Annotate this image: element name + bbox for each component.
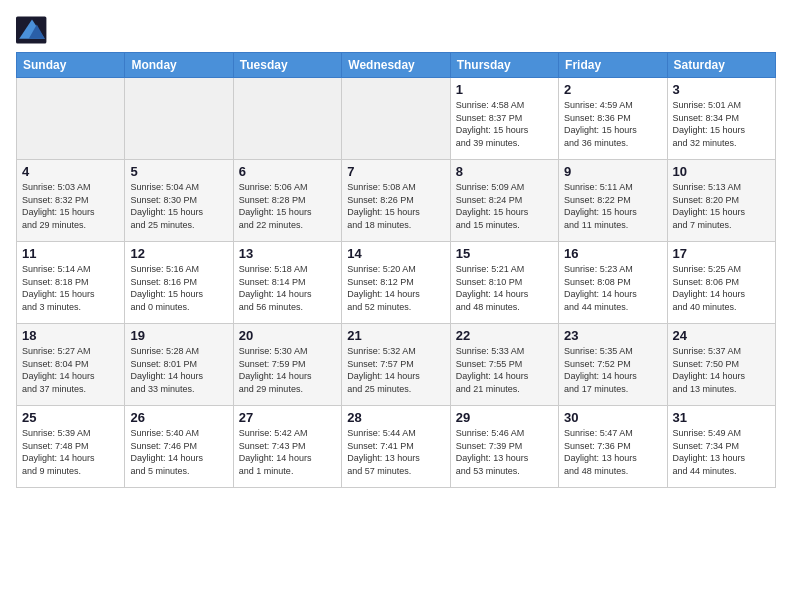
calendar-cell: 8Sunrise: 5:09 AM Sunset: 8:24 PM Daylig…	[450, 160, 558, 242]
calendar-cell: 2Sunrise: 4:59 AM Sunset: 8:36 PM Daylig…	[559, 78, 667, 160]
day-info: Sunrise: 5:42 AM Sunset: 7:43 PM Dayligh…	[239, 427, 336, 477]
calendar-table: SundayMondayTuesdayWednesdayThursdayFrid…	[16, 52, 776, 488]
calendar-cell: 3Sunrise: 5:01 AM Sunset: 8:34 PM Daylig…	[667, 78, 775, 160]
day-info: Sunrise: 5:20 AM Sunset: 8:12 PM Dayligh…	[347, 263, 444, 313]
day-info: Sunrise: 5:27 AM Sunset: 8:04 PM Dayligh…	[22, 345, 119, 395]
day-info: Sunrise: 5:46 AM Sunset: 7:39 PM Dayligh…	[456, 427, 553, 477]
calendar-cell	[342, 78, 450, 160]
day-number: 16	[564, 246, 661, 261]
day-info: Sunrise: 5:04 AM Sunset: 8:30 PM Dayligh…	[130, 181, 227, 231]
day-number: 19	[130, 328, 227, 343]
weekday-header-wednesday: Wednesday	[342, 53, 450, 78]
day-number: 25	[22, 410, 119, 425]
day-info: Sunrise: 5:13 AM Sunset: 8:20 PM Dayligh…	[673, 181, 770, 231]
day-number: 7	[347, 164, 444, 179]
day-number: 12	[130, 246, 227, 261]
calendar-cell: 29Sunrise: 5:46 AM Sunset: 7:39 PM Dayli…	[450, 406, 558, 488]
calendar-cell: 19Sunrise: 5:28 AM Sunset: 8:01 PM Dayli…	[125, 324, 233, 406]
day-info: Sunrise: 5:33 AM Sunset: 7:55 PM Dayligh…	[456, 345, 553, 395]
day-info: Sunrise: 5:08 AM Sunset: 8:26 PM Dayligh…	[347, 181, 444, 231]
day-number: 1	[456, 82, 553, 97]
day-number: 23	[564, 328, 661, 343]
calendar-cell	[125, 78, 233, 160]
logo	[16, 16, 54, 44]
calendar-cell: 22Sunrise: 5:33 AM Sunset: 7:55 PM Dayli…	[450, 324, 558, 406]
day-number: 22	[456, 328, 553, 343]
day-number: 21	[347, 328, 444, 343]
day-number: 28	[347, 410, 444, 425]
calendar-cell: 13Sunrise: 5:18 AM Sunset: 8:14 PM Dayli…	[233, 242, 341, 324]
calendar-cell: 26Sunrise: 5:40 AM Sunset: 7:46 PM Dayli…	[125, 406, 233, 488]
calendar-cell: 25Sunrise: 5:39 AM Sunset: 7:48 PM Dayli…	[17, 406, 125, 488]
day-number: 14	[347, 246, 444, 261]
day-number: 24	[673, 328, 770, 343]
calendar-week-3: 11Sunrise: 5:14 AM Sunset: 8:18 PM Dayli…	[17, 242, 776, 324]
day-number: 17	[673, 246, 770, 261]
day-info: Sunrise: 5:49 AM Sunset: 7:34 PM Dayligh…	[673, 427, 770, 477]
day-info: Sunrise: 5:14 AM Sunset: 8:18 PM Dayligh…	[22, 263, 119, 313]
day-number: 6	[239, 164, 336, 179]
day-info: Sunrise: 4:59 AM Sunset: 8:36 PM Dayligh…	[564, 99, 661, 149]
calendar-week-5: 25Sunrise: 5:39 AM Sunset: 7:48 PM Dayli…	[17, 406, 776, 488]
calendar-cell: 17Sunrise: 5:25 AM Sunset: 8:06 PM Dayli…	[667, 242, 775, 324]
day-number: 26	[130, 410, 227, 425]
day-info: Sunrise: 5:11 AM Sunset: 8:22 PM Dayligh…	[564, 181, 661, 231]
day-number: 9	[564, 164, 661, 179]
day-number: 10	[673, 164, 770, 179]
day-info: Sunrise: 5:37 AM Sunset: 7:50 PM Dayligh…	[673, 345, 770, 395]
calendar-cell: 23Sunrise: 5:35 AM Sunset: 7:52 PM Dayli…	[559, 324, 667, 406]
day-info: Sunrise: 5:09 AM Sunset: 8:24 PM Dayligh…	[456, 181, 553, 231]
page-header	[16, 16, 776, 44]
calendar-cell: 6Sunrise: 5:06 AM Sunset: 8:28 PM Daylig…	[233, 160, 341, 242]
day-info: Sunrise: 5:32 AM Sunset: 7:57 PM Dayligh…	[347, 345, 444, 395]
day-info: Sunrise: 5:01 AM Sunset: 8:34 PM Dayligh…	[673, 99, 770, 149]
day-number: 15	[456, 246, 553, 261]
calendar-cell: 4Sunrise: 5:03 AM Sunset: 8:32 PM Daylig…	[17, 160, 125, 242]
calendar-cell: 12Sunrise: 5:16 AM Sunset: 8:16 PM Dayli…	[125, 242, 233, 324]
day-info: Sunrise: 5:25 AM Sunset: 8:06 PM Dayligh…	[673, 263, 770, 313]
calendar-cell	[233, 78, 341, 160]
day-info: Sunrise: 5:35 AM Sunset: 7:52 PM Dayligh…	[564, 345, 661, 395]
day-info: Sunrise: 5:18 AM Sunset: 8:14 PM Dayligh…	[239, 263, 336, 313]
day-number: 13	[239, 246, 336, 261]
calendar-week-2: 4Sunrise: 5:03 AM Sunset: 8:32 PM Daylig…	[17, 160, 776, 242]
day-number: 8	[456, 164, 553, 179]
day-number: 4	[22, 164, 119, 179]
calendar-cell: 14Sunrise: 5:20 AM Sunset: 8:12 PM Dayli…	[342, 242, 450, 324]
calendar-cell: 11Sunrise: 5:14 AM Sunset: 8:18 PM Dayli…	[17, 242, 125, 324]
logo-icon	[16, 16, 48, 44]
day-number: 2	[564, 82, 661, 97]
calendar-cell: 5Sunrise: 5:04 AM Sunset: 8:30 PM Daylig…	[125, 160, 233, 242]
weekday-header-friday: Friday	[559, 53, 667, 78]
day-info: Sunrise: 5:03 AM Sunset: 8:32 PM Dayligh…	[22, 181, 119, 231]
calendar-cell: 30Sunrise: 5:47 AM Sunset: 7:36 PM Dayli…	[559, 406, 667, 488]
calendar-week-4: 18Sunrise: 5:27 AM Sunset: 8:04 PM Dayli…	[17, 324, 776, 406]
day-number: 11	[22, 246, 119, 261]
calendar-cell: 10Sunrise: 5:13 AM Sunset: 8:20 PM Dayli…	[667, 160, 775, 242]
day-info: Sunrise: 4:58 AM Sunset: 8:37 PM Dayligh…	[456, 99, 553, 149]
day-info: Sunrise: 5:47 AM Sunset: 7:36 PM Dayligh…	[564, 427, 661, 477]
day-number: 29	[456, 410, 553, 425]
calendar-cell: 24Sunrise: 5:37 AM Sunset: 7:50 PM Dayli…	[667, 324, 775, 406]
weekday-header-tuesday: Tuesday	[233, 53, 341, 78]
calendar-cell: 1Sunrise: 4:58 AM Sunset: 8:37 PM Daylig…	[450, 78, 558, 160]
day-info: Sunrise: 5:28 AM Sunset: 8:01 PM Dayligh…	[130, 345, 227, 395]
day-number: 27	[239, 410, 336, 425]
day-number: 3	[673, 82, 770, 97]
calendar-cell: 9Sunrise: 5:11 AM Sunset: 8:22 PM Daylig…	[559, 160, 667, 242]
day-info: Sunrise: 5:39 AM Sunset: 7:48 PM Dayligh…	[22, 427, 119, 477]
day-info: Sunrise: 5:30 AM Sunset: 7:59 PM Dayligh…	[239, 345, 336, 395]
day-info: Sunrise: 5:40 AM Sunset: 7:46 PM Dayligh…	[130, 427, 227, 477]
day-info: Sunrise: 5:44 AM Sunset: 7:41 PM Dayligh…	[347, 427, 444, 477]
calendar-cell	[17, 78, 125, 160]
weekday-header-monday: Monday	[125, 53, 233, 78]
calendar-cell: 15Sunrise: 5:21 AM Sunset: 8:10 PM Dayli…	[450, 242, 558, 324]
day-number: 31	[673, 410, 770, 425]
day-info: Sunrise: 5:16 AM Sunset: 8:16 PM Dayligh…	[130, 263, 227, 313]
day-number: 30	[564, 410, 661, 425]
weekday-header-saturday: Saturday	[667, 53, 775, 78]
calendar-cell: 21Sunrise: 5:32 AM Sunset: 7:57 PM Dayli…	[342, 324, 450, 406]
calendar-cell: 20Sunrise: 5:30 AM Sunset: 7:59 PM Dayli…	[233, 324, 341, 406]
calendar-cell: 18Sunrise: 5:27 AM Sunset: 8:04 PM Dayli…	[17, 324, 125, 406]
day-number: 20	[239, 328, 336, 343]
